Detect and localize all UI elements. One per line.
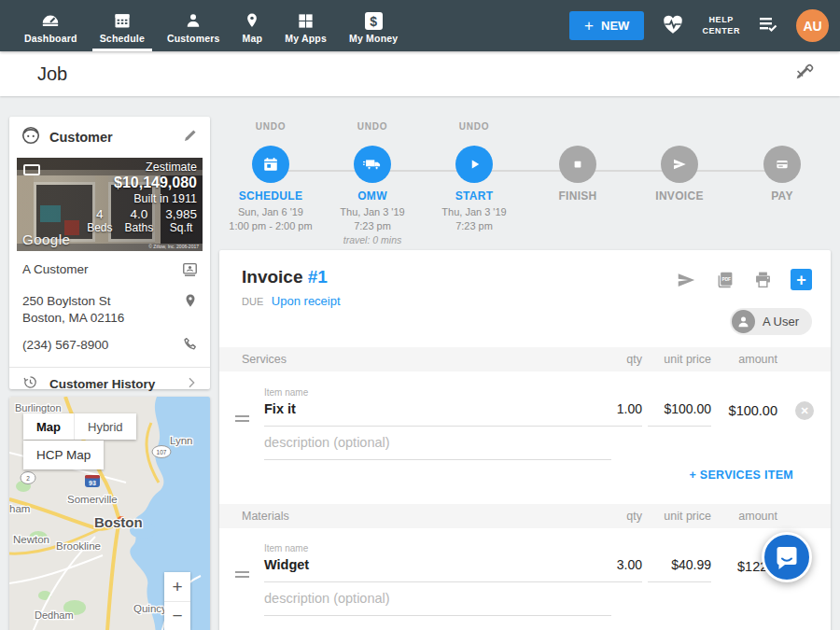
start-step-button[interactable]: [455, 146, 493, 183]
material-item-description-field[interactable]: description (optional): [264, 591, 611, 616]
zestimate-overlay: Zestimate $10,149,080 Built in 1911 4Bed…: [87, 161, 197, 234]
material-item-qty-field[interactable]: 3.00: [579, 557, 642, 582]
stop-icon: [569, 156, 586, 173]
help-center-line2: CENTER: [702, 26, 740, 36]
nav-right: + NEW HELP CENTER AU: [569, 0, 840, 51]
invoice-title-text: Invoice: [242, 267, 302, 287]
nav-tab-my-apps[interactable]: My Apps: [273, 0, 338, 51]
nav-tab-my-money[interactable]: $ My Money: [338, 0, 409, 51]
assignee-chip[interactable]: A User: [730, 308, 812, 335]
zillow-copyright: © Zillow, Inc. 2006-2017: [148, 244, 199, 249]
map-type-buttons: Map Hybrid: [23, 413, 136, 440]
user-avatar[interactable]: AU: [796, 9, 829, 42]
hcp-map-button[interactable]: HCP Map: [23, 441, 104, 469]
nav-tab-customers[interactable]: Customers: [156, 0, 231, 51]
customer-address-row: 250 Boylston St Boston, MA 02116: [22, 292, 199, 326]
invoice-number[interactable]: #1: [308, 267, 328, 287]
pdf-icon[interactable]: PDF: [714, 270, 735, 290]
customers-person-icon: [184, 7, 203, 30]
send-icon: [671, 156, 688, 173]
credit-card-icon: [774, 156, 791, 173]
customer-details: A Customer 250 Boylston St Boston, MA 02…: [9, 251, 210, 357]
map-label-somerville: Somerville: [67, 494, 118, 505]
map-label-newton: Newton: [13, 534, 49, 545]
streetview-toggle-icon[interactable]: [23, 164, 40, 175]
health-heart-pulse-icon[interactable]: [661, 13, 685, 39]
qty-column-header: qty: [626, 510, 642, 523]
service-item-unit-price-field[interactable]: $100.00: [648, 401, 711, 427]
pay-step-button[interactable]: [763, 146, 801, 183]
chevron-right-icon: [184, 375, 199, 394]
page-title-bar: Job: [0, 51, 840, 96]
svg-text:107: 107: [157, 449, 167, 455]
nav-tab-dashboard[interactable]: Dashboard: [13, 0, 89, 51]
stat-label: Beds: [87, 221, 112, 234]
plus-icon: +: [584, 18, 594, 34]
amount-column-header: amount: [738, 510, 777, 523]
assignee-avatar-icon: [732, 310, 755, 333]
nav-tab-map[interactable]: Map: [231, 0, 274, 51]
amount-column-header: amount: [738, 353, 777, 366]
item-name-label: Item name: [264, 387, 308, 398]
add-invoice-button[interactable]: +: [791, 269, 812, 290]
property-streetview-image[interactable]: Zestimate $10,149,080 Built in 1911 4Bed…: [17, 158, 203, 251]
invoice-card: Invoice #1 DUE Upon receipt PDF +: [219, 250, 831, 630]
edit-pencil-icon[interactable]: [182, 127, 199, 147]
zoom-in-button[interactable]: +: [164, 572, 190, 601]
customer-history-row[interactable]: Customer History: [9, 367, 210, 400]
send-invoice-icon[interactable]: [676, 270, 696, 290]
service-item-name-field[interactable]: Fix it: [264, 401, 611, 427]
zestimate-label: Zestimate: [87, 161, 197, 174]
finish-step-button[interactable]: [559, 146, 596, 183]
help-center-button[interactable]: HELP CENTER: [702, 15, 740, 36]
print-icon[interactable]: [752, 270, 773, 290]
add-services-item-link[interactable]: + SERVICES ITEM: [689, 469, 793, 482]
new-button-label: NEW: [601, 19, 629, 33]
map-zoom-control: + −: [164, 572, 190, 630]
map-pin-icon: [244, 7, 260, 30]
contact-card-icon[interactable]: [181, 260, 199, 282]
stat-label: Sq.ft: [165, 221, 197, 234]
material-item-name-field[interactable]: Widget: [264, 557, 611, 582]
new-button[interactable]: + NEW: [569, 11, 644, 40]
travel-time: travel: 0 mins: [312, 233, 433, 246]
customer-history-label: Customer History: [49, 377, 184, 391]
map-type-hybrid-button[interactable]: Hybrid: [74, 413, 136, 440]
omw-step-button[interactable]: [354, 146, 391, 183]
service-item-qty-field[interactable]: 1.00: [579, 401, 642, 427]
invoice-step-button[interactable]: [661, 146, 698, 183]
step-time: 7:23 pm: [413, 219, 535, 233]
location-pin-icon[interactable]: [182, 292, 199, 314]
schedule-step-button[interactable]: [252, 146, 289, 183]
customer-name-row: A Customer: [22, 260, 199, 282]
schedule-calendar-icon: [113, 7, 132, 30]
customer-card-title: Customer: [49, 130, 182, 145]
map-label-quincy: Quincy: [133, 603, 167, 614]
page-title: Job: [37, 63, 67, 85]
map-type-map-button[interactable]: Map: [23, 413, 74, 440]
job-tools-icon[interactable]: [793, 62, 814, 86]
step-detail: Thu, Jan 3 '19 7:23 pm: [413, 205, 535, 233]
apps-grid-icon: [297, 7, 315, 30]
invoice-due: DUE Upon receipt: [242, 294, 341, 308]
material-item-unit-price-field[interactable]: $40.99: [648, 557, 711, 582]
calendar-icon: [262, 156, 279, 173]
drag-handle[interactable]: [235, 415, 249, 425]
drag-handle[interactable]: [235, 571, 249, 581]
invoice-actions: PDF +: [676, 269, 812, 290]
map-card: 93 107 2 Burlington Lynn Somerville ham: [9, 397, 210, 630]
nav-tab-schedule[interactable]: Schedule: [89, 0, 156, 51]
step-label: PAY: [721, 189, 840, 203]
task-list-check-icon[interactable]: [757, 14, 779, 38]
service-item-description-field[interactable]: description (optional): [264, 435, 611, 460]
customer-face-icon: [21, 125, 41, 149]
stat-label: Baths: [125, 221, 154, 234]
chat-fab-button[interactable]: [762, 532, 812, 582]
phone-icon[interactable]: [182, 336, 199, 357]
nav-tab-label: Schedule: [100, 33, 145, 44]
content-area: Customer Zestimat: [0, 96, 840, 630]
due-value-link[interactable]: Upon receipt: [272, 294, 341, 308]
play-icon: [466, 156, 483, 173]
zoom-out-button[interactable]: −: [164, 601, 190, 630]
remove-item-button[interactable]: ✕: [795, 401, 814, 420]
